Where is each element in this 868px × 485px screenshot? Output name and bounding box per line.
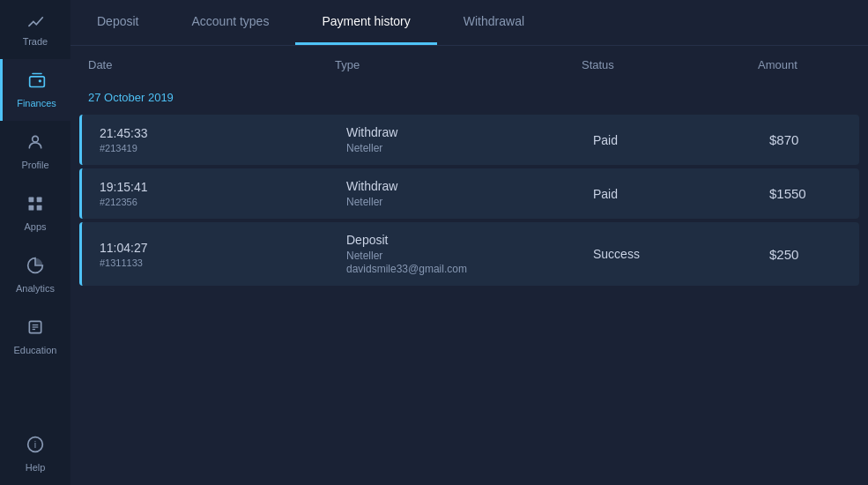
transaction-time: 21:45:33 [100,126,346,140]
date-group-header: 27 October 2019 [70,84,868,111]
sidebar-item-label: Help [26,462,46,473]
transaction-provider: Neteller [346,142,593,154]
transaction-status: Success [593,247,769,261]
main-content: Deposit Account types Payment history Wi… [70,0,868,485]
svg-rect-4 [29,205,34,211]
transaction-type: Deposit [346,233,593,247]
sidebar-item-apps[interactable]: Apps [0,183,70,244]
sidebar-item-label: Analytics [16,283,55,294]
transaction-id: #212356 [100,197,346,207]
sidebar-item-label: Apps [24,221,46,232]
svg-text:i: i [34,439,36,450]
profile-icon [26,133,44,155]
col-status: Status [582,58,758,71]
transaction-time: 19:15:41 [100,180,346,194]
table-row[interactable]: 19:15:41 #212356 Withdraw Neteller Paid … [79,168,859,219]
col-type: Type [335,58,582,71]
transaction-amount: $870 [769,132,842,147]
transaction-type: Withdraw [346,125,593,139]
trade-icon [26,12,44,32]
table-header: Date Type Status Amount [70,46,868,84]
svg-rect-3 [37,198,42,203]
analytics-icon [26,257,44,279]
sidebar-item-trade[interactable]: Trade [0,0,70,59]
time-block: 19:15:41 #212356 [100,180,346,207]
sidebar-item-label: Finances [17,98,56,108]
sidebar-item-label: Education [14,345,57,355]
col-date: Date [88,58,335,71]
transaction-id: #1311133 [100,257,346,268]
transaction-type: Withdraw [346,179,593,193]
help-icon: i [26,436,44,458]
tab-withdrawal[interactable]: Withdrawal [437,0,551,45]
sidebar-item-label: Trade [23,36,48,47]
sidebar-item-education[interactable]: Education [0,306,70,368]
education-icon [26,318,44,340]
table-row[interactable]: 21:45:33 #213419 Withdraw Neteller Paid … [79,115,859,165]
sidebar-item-help[interactable]: i Help [0,423,70,485]
sidebar-item-finances[interactable]: Finances [0,59,70,121]
sidebar-item-label: Profile [21,160,48,170]
finances-icon [28,71,46,93]
content-area: 27 October 2019 21:45:33 #213419 Withdra… [70,84,868,485]
tab-account-types[interactable]: Account types [165,0,295,45]
tab-deposit[interactable]: Deposit [70,0,165,45]
transaction-provider: Neteller [346,196,593,208]
transaction-provider: Neteller [346,250,593,262]
transaction-amount: $250 [769,247,842,262]
sidebar-item-analytics[interactable]: Analytics [0,244,70,306]
transaction-time: 11:04:27 [100,241,346,255]
time-block: 11:04:27 #1311133 [100,241,346,268]
type-block: Withdraw Neteller [346,125,593,154]
svg-rect-5 [37,205,42,211]
time-block: 21:45:33 #213419 [100,126,346,153]
table-row[interactable]: 11:04:27 #1311133 Deposit Neteller david… [79,222,859,286]
tab-payment-history[interactable]: Payment history [295,0,436,45]
transaction-status: Paid [593,187,769,201]
transaction-email: davidsmile33@gmail.com [346,263,593,275]
apps-icon [26,195,44,217]
transaction-amount: $1550 [769,186,842,201]
type-block: Deposit Neteller davidsmile33@gmail.com [346,233,593,275]
type-block: Withdraw Neteller [346,179,593,208]
transaction-id: #213419 [100,143,346,153]
svg-point-1 [33,136,39,142]
svg-rect-2 [29,198,34,203]
tab-bar: Deposit Account types Payment history Wi… [70,0,868,46]
transaction-status: Paid [593,133,769,147]
sidebar-item-profile[interactable]: Profile [0,121,70,183]
svg-rect-0 [29,77,44,87]
sidebar: Trade Finances Profile Apps Analytics Ed… [0,0,70,485]
col-amount: Amount [758,58,850,71]
